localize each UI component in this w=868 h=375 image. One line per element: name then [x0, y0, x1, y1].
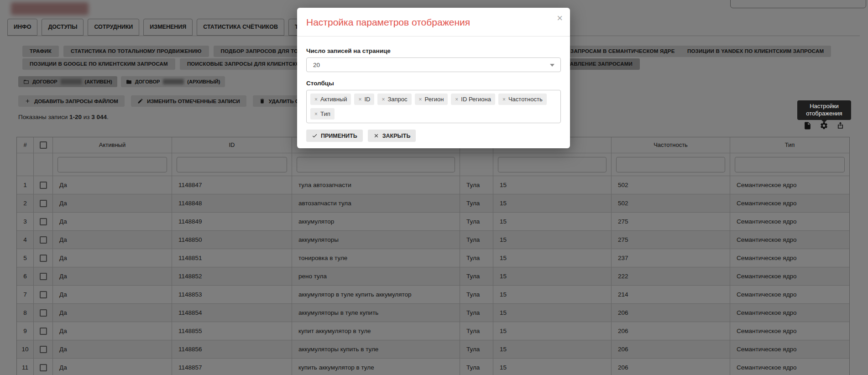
- column-tag[interactable]: × ID Региона: [451, 94, 495, 105]
- column-tag-label: ID Региона: [461, 96, 491, 103]
- apply-button[interactable]: ПРИМЕНИТЬ: [306, 130, 363, 142]
- remove-tag-icon[interactable]: ×: [358, 96, 361, 103]
- column-tag[interactable]: × Активный: [310, 94, 351, 105]
- close-icon: ×: [557, 12, 563, 24]
- remove-tag-icon[interactable]: ×: [502, 96, 506, 103]
- column-tag-label: Активный: [320, 96, 347, 103]
- apply-button-label: ПРИМЕНИТЬ: [321, 133, 357, 139]
- column-tag[interactable]: × Регион: [415, 94, 448, 105]
- remove-tag-icon[interactable]: ×: [314, 111, 318, 117]
- modal-close-button[interactable]: ×: [557, 13, 563, 23]
- modal-body: Число записей на странице 20 Столбцы × А…: [297, 36, 570, 123]
- modal-title: Настройка параметров отображения: [306, 17, 561, 28]
- remove-tag-icon[interactable]: ×: [455, 96, 458, 103]
- remove-tag-icon[interactable]: ×: [419, 96, 422, 103]
- per-page-value: 20: [313, 62, 320, 68]
- column-tag-label: Регион: [425, 96, 444, 103]
- column-tag-label: Тип: [320, 110, 330, 117]
- x-icon: [373, 133, 379, 139]
- column-tag-label: Запрос: [387, 96, 407, 103]
- caret-down-icon: [550, 64, 554, 67]
- columns-tagbox[interactable]: × Активный × ID × Запрос × Регион: [306, 90, 561, 123]
- tooltip-line2: отображения: [798, 110, 850, 117]
- modal-footer: ПРИМЕНИТЬ ЗАКРЫТЬ: [297, 130, 570, 148]
- display-settings-tooltip: Настройки отображения: [797, 100, 851, 120]
- modal-header: Настройка параметров отображения ×: [297, 8, 570, 36]
- column-tag[interactable]: × Тип: [310, 108, 335, 120]
- column-tag[interactable]: × Частотность: [498, 94, 547, 105]
- column-tag[interactable]: × Запрос: [377, 94, 411, 105]
- column-tag-label: Частотность: [508, 96, 543, 103]
- column-tag[interactable]: × ID: [354, 94, 374, 105]
- column-tag-label: ID: [364, 96, 370, 103]
- remove-tag-icon[interactable]: ×: [382, 96, 385, 103]
- tooltip-line1: Настройки: [798, 103, 850, 110]
- close-button[interactable]: ЗАКРЫТЬ: [368, 130, 416, 142]
- display-settings-modal: Настройка параметров отображения × Число…: [297, 8, 570, 148]
- check-icon: [312, 133, 318, 139]
- per-page-label: Число записей на странице: [306, 47, 561, 54]
- per-page-select[interactable]: 20: [306, 57, 561, 72]
- close-button-label: ЗАКРЫТЬ: [382, 133, 411, 139]
- remove-tag-icon[interactable]: ×: [314, 96, 318, 103]
- columns-label: Столбцы: [306, 80, 561, 87]
